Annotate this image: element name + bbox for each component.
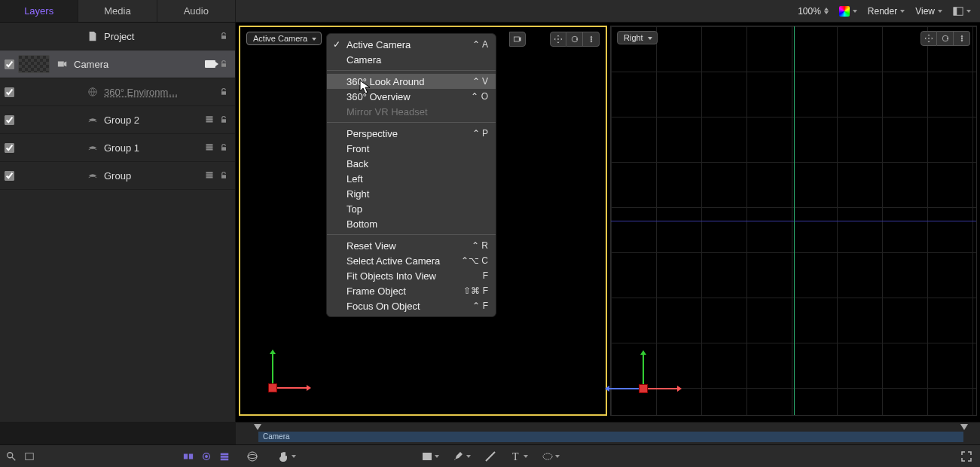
- svg-rect-18: [221, 175, 226, 179]
- menu-item-label: Back: [347, 158, 368, 169]
- orbit-icon: [941, 34, 950, 43]
- layer-row[interactable]: Project: [0, 23, 235, 50]
- filter-icon[interactable]: [219, 451, 230, 462]
- orbit-button[interactable]: [937, 31, 954, 46]
- timeline-clip[interactable]: Camera: [258, 432, 963, 442]
- svg-rect-19: [514, 37, 520, 41]
- fit-icon[interactable]: [24, 451, 35, 462]
- tab-layers[interactable]: Layers: [0, 0, 78, 22]
- menu-item[interactable]: Bottom: [327, 216, 496, 231]
- visibility-checkbox[interactable]: [0, 87, 18, 97]
- menu-item[interactable]: Camera: [327, 52, 496, 67]
- camera-select-label: Active Camera: [253, 34, 307, 43]
- menu-separator: [327, 122, 496, 123]
- viewport-left[interactable]: Active Camera Active Camera⌃ ACamera360°…: [239, 26, 607, 416]
- visibility-checkbox[interactable]: [0, 143, 18, 153]
- lock-icon[interactable]: [215, 87, 232, 96]
- move-icon: [554, 35, 563, 44]
- dolly-button[interactable]: [954, 31, 970, 46]
- lock-icon[interactable]: [215, 32, 232, 41]
- menu-item[interactable]: Active Camera⌃ A: [327, 37, 496, 52]
- menu-item[interactable]: Top: [327, 201, 496, 216]
- visibility-checkbox[interactable]: [0, 60, 18, 69]
- svg-rect-9: [206, 121, 213, 122]
- layer-row[interactable]: Group 1: [0, 134, 235, 162]
- render-menu[interactable]: Render: [868, 6, 905, 17]
- menu-item-label: Focus On Object: [347, 301, 420, 312]
- menu-item[interactable]: Back: [327, 156, 496, 171]
- visibility-checkbox[interactable]: [0, 115, 18, 125]
- pan-button[interactable]: [550, 32, 566, 47]
- viewport-right-tools: [920, 31, 970, 46]
- menu-item[interactable]: Left: [327, 171, 496, 186]
- layer-row[interactable]: 360° Environm…: [0, 78, 235, 106]
- pan-button[interactable]: [920, 31, 937, 46]
- lock-icon[interactable]: [215, 143, 232, 152]
- menu-item[interactable]: Perspective⌃ P: [327, 126, 496, 141]
- zoom-value: 100%: [798, 6, 821, 17]
- color-wheel-icon: [839, 6, 850, 17]
- layer-row[interactable]: Camera: [0, 50, 235, 78]
- viewport-left-tools: [509, 32, 600, 47]
- hand-tool[interactable]: [278, 450, 296, 462]
- menu-shortcut: ⌃ F: [463, 301, 488, 311]
- menu-item[interactable]: Select Active Camera⌃⌥ C: [327, 253, 496, 268]
- menu-item[interactable]: Fit Objects Into ViewF: [327, 268, 496, 283]
- search-icon[interactable]: [6, 451, 17, 462]
- out-marker-icon[interactable]: [960, 424, 968, 430]
- stepper-icon: [824, 8, 829, 14]
- tab-media[interactable]: Media: [78, 0, 157, 22]
- bezier-tool[interactable]: [484, 450, 496, 462]
- menu-item[interactable]: Reset View⌃ R: [327, 238, 496, 253]
- transform-3d-tool[interactable]: [246, 450, 264, 462]
- zoom-control[interactable]: 100%: [798, 6, 829, 17]
- visibility-checkbox[interactable]: [0, 171, 18, 181]
- shape-tool[interactable]: [421, 450, 439, 462]
- orbit-button[interactable]: [566, 32, 583, 47]
- menu-item[interactable]: Focus On Object⌃ F: [327, 298, 496, 313]
- axis-gizmo: [640, 347, 685, 392]
- camera-frame-button[interactable]: [509, 32, 526, 47]
- bottom-bar: T: [0, 444, 980, 467]
- axis-gizmo: [269, 346, 314, 392]
- layer-thumbnail: [18, 55, 50, 73]
- rectangle-icon: [421, 450, 433, 462]
- text-tool[interactable]: T: [510, 450, 528, 462]
- in-marker-icon[interactable]: [254, 424, 261, 430]
- canvas-center-tools: T: [421, 450, 560, 462]
- menu-item[interactable]: 360° Look Around⌃ V: [327, 74, 496, 89]
- layers-bottom-tools: [0, 445, 236, 467]
- lock-icon[interactable]: [215, 115, 232, 124]
- lock-icon[interactable]: [215, 171, 232, 180]
- mask-draw-tool[interactable]: [542, 450, 560, 462]
- mini-timeline[interactable]: Camera: [236, 422, 980, 444]
- svg-rect-3: [58, 62, 64, 67]
- menu-item[interactable]: Right: [327, 186, 496, 201]
- layer-label: Group 2: [104, 114, 205, 126]
- svg-rect-16: [206, 174, 213, 176]
- svg-point-33: [248, 454, 257, 458]
- svg-rect-6: [221, 91, 226, 95]
- tab-audio[interactable]: Audio: [157, 0, 236, 22]
- viewport-right[interactable]: Right: [610, 26, 977, 416]
- view-menu[interactable]: View: [915, 6, 942, 17]
- menu-item[interactable]: Frame Object⇧⌘ F: [327, 283, 496, 298]
- layout-button[interactable]: [953, 6, 971, 17]
- layer-row[interactable]: Group: [0, 162, 235, 190]
- menu-item[interactable]: Front: [327, 141, 496, 156]
- camera-select-left[interactable]: Active Camera: [246, 32, 322, 45]
- clip-label: Camera: [263, 432, 290, 441]
- svg-rect-2: [221, 35, 226, 39]
- color-space-button[interactable]: [839, 6, 857, 17]
- camera-select-right[interactable]: Right: [617, 31, 658, 44]
- menu-item[interactable]: 360° Overview⌃ O: [327, 89, 496, 104]
- paint-tool[interactable]: [453, 450, 471, 462]
- menu-item-label: Fit Objects Into View: [347, 270, 436, 282]
- fullscreen-button[interactable]: [960, 450, 972, 462]
- stack-icon: [205, 170, 214, 182]
- dolly-button[interactable]: [583, 32, 600, 47]
- layer-row[interactable]: Group 2: [0, 106, 235, 134]
- behavior-icon[interactable]: [201, 451, 212, 462]
- mask-icon[interactable]: [183, 451, 194, 462]
- layer-label: Group 1: [104, 142, 205, 154]
